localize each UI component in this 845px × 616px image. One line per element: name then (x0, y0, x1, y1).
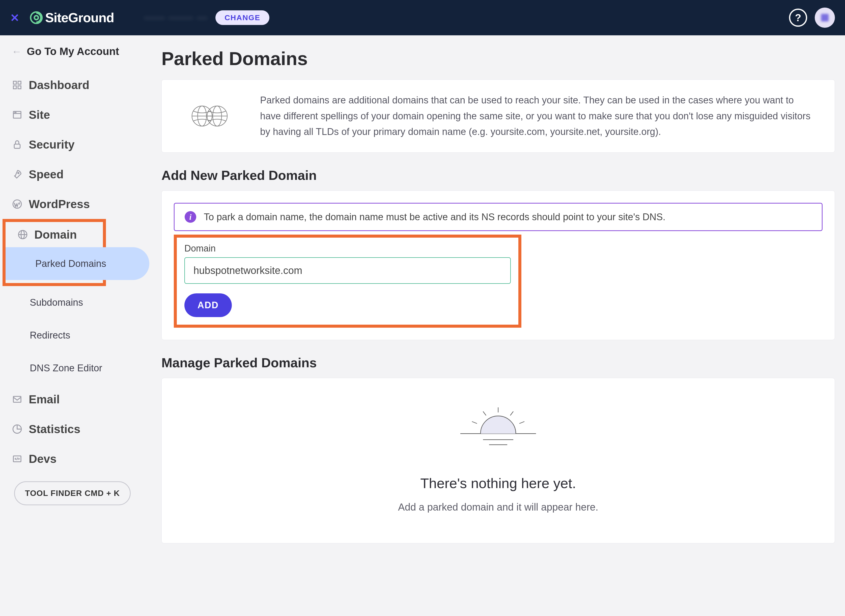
manage-section-title: Manage Parked Domains (161, 355, 835, 370)
siteground-logo[interactable]: SiteGround (29, 10, 114, 25)
svg-rect-5 (18, 86, 21, 89)
intro-card: Parked domains are additional domains th… (161, 79, 835, 153)
globe-illustration (174, 103, 245, 129)
add-section-title: Add New Parked Domain (161, 168, 835, 183)
add-button[interactable]: ADD (184, 293, 232, 317)
sidebar-item-label: Site (29, 108, 50, 122)
site-icon (12, 109, 23, 120)
sidebar: ← Go To My Account Dashboard Site Securi… (0, 35, 151, 616)
sidebar-item-dashboard[interactable]: Dashboard (0, 70, 151, 100)
current-site-name: ······ ······· ··· (144, 12, 208, 23)
help-icon[interactable]: ? (789, 9, 807, 27)
arrow-left-icon: ← (12, 46, 22, 57)
sidebar-item-label: Security (29, 138, 75, 151)
code-icon (12, 453, 23, 464)
sidebar-item-speed[interactable]: Speed (0, 160, 151, 189)
double-globe-icon (191, 103, 229, 129)
svg-rect-16 (13, 396, 21, 402)
manage-card-empty: There's nothing here yet. Add a parked d… (161, 378, 835, 543)
logo-text: SiteGround (45, 10, 114, 25)
avatar[interactable] (815, 7, 835, 28)
logo-swirl-icon (29, 11, 43, 25)
sidebar-subitem-dns-zone-editor[interactable]: DNS Zone Editor (0, 352, 151, 384)
change-site-button[interactable]: CHANGE (216, 10, 269, 25)
sidebar-item-label: Devs (29, 452, 57, 466)
lock-icon (12, 139, 23, 150)
sidebar-item-label: WordPress (29, 197, 90, 211)
sidebar-item-label: Email (29, 393, 60, 406)
sidebar-item-statistics[interactable]: Statistics (0, 414, 151, 444)
sidebar-subitem-subdomains[interactable]: Subdomains (0, 286, 151, 319)
back-to-account-link[interactable]: ← Go To My Account (0, 45, 151, 70)
sidebar-subitem-parked-domains[interactable]: Parked Domains (6, 247, 149, 280)
mail-icon (12, 394, 23, 405)
domain-field-label: Domain (184, 243, 511, 254)
svg-rect-10 (14, 144, 20, 148)
tutorial-highlight-form: Domain ADD (174, 235, 521, 328)
close-icon[interactable]: ✕ (10, 11, 19, 24)
sidebar-item-email[interactable]: Email (0, 384, 151, 414)
empty-state-subtitle: Add a parked domain and it will appear h… (174, 502, 823, 513)
sidebar-subitem-redirects[interactable]: Redirects (0, 319, 151, 352)
info-icon: i (185, 211, 196, 223)
sidebar-item-security[interactable]: Security (0, 130, 151, 160)
svg-point-8 (15, 112, 15, 113)
sidebar-item-devs[interactable]: Devs (0, 444, 151, 474)
sidebar-subitem-label: Parked Domains (35, 258, 106, 269)
svg-point-11 (18, 173, 19, 174)
svg-point-9 (16, 112, 16, 113)
sidebar-item-label: Dashboard (29, 78, 89, 92)
sidebar-item-domain[interactable]: Domain (6, 222, 103, 247)
svg-line-27 (483, 411, 486, 415)
info-notice: i To park a domain name, the domain name… (174, 203, 823, 231)
main-content: Parked Domains Parked domains (151, 35, 845, 616)
tutorial-highlight-domain: Domain Parked Domains (3, 219, 106, 286)
sidebar-subitem-label: Subdomains (30, 297, 83, 308)
sidebar-item-wordpress[interactable]: WordPress (0, 189, 151, 219)
svg-point-1 (34, 16, 38, 20)
top-header: ✕ SiteGround ······ ······· ··· CHANGE ? (0, 0, 845, 35)
sidebar-item-label: Statistics (29, 422, 81, 436)
svg-line-28 (510, 411, 513, 415)
sunrise-illustration (453, 403, 544, 450)
sidebar-item-label: Domain (34, 228, 77, 241)
svg-line-29 (472, 421, 477, 424)
tool-finder-button[interactable]: TOOL FINDER CMD + K (14, 481, 131, 505)
svg-rect-4 (13, 86, 16, 89)
intro-text: Parked domains are additional domains th… (260, 92, 814, 140)
rocket-icon (12, 169, 23, 180)
globe-icon (17, 229, 28, 240)
wordpress-icon (12, 198, 23, 210)
sidebar-subitem-label: Redirects (30, 330, 70, 341)
domain-input[interactable] (184, 257, 511, 284)
dashboard-icon (12, 79, 23, 91)
svg-rect-2 (13, 81, 16, 84)
sidebar-item-site[interactable]: Site (0, 100, 151, 130)
notice-text: To park a domain name, the domain name m… (204, 212, 665, 223)
empty-state-title: There's nothing here yet. (174, 475, 823, 491)
sidebar-subitem-label: DNS Zone Editor (30, 363, 102, 374)
page-title: Parked Domains (161, 48, 835, 69)
back-label: Go To My Account (27, 45, 119, 57)
svg-line-30 (519, 421, 524, 424)
sidebar-item-label: Speed (29, 167, 63, 181)
add-domain-card: i To park a domain name, the domain name… (161, 191, 835, 340)
svg-rect-3 (18, 81, 21, 84)
chart-icon (12, 424, 23, 435)
